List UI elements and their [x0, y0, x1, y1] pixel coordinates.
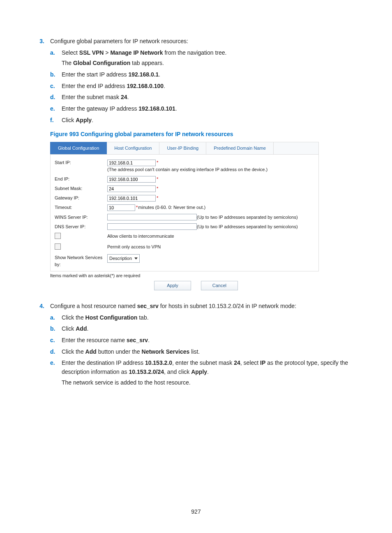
- step4-item-c: c. Enter the resource name sec_srv.: [50, 336, 355, 345]
- input-subnet-mask[interactable]: [107, 185, 156, 192]
- global-config-screenshot: Global Configuration Host Configuration …: [50, 142, 319, 271]
- step3-item-e: e. Enter the gateway IP address 192.168.…: [50, 104, 355, 114]
- step4-item-d: d. Click the Add button under the Networ…: [50, 348, 355, 357]
- input-end-ip[interactable]: [107, 176, 156, 183]
- step3-item-a: a. Select SSL VPN > Manage IP Network fr…: [50, 49, 355, 68]
- hint-dns: (Up to two IP addresses separated by sem…: [197, 223, 298, 230]
- hint-start-ip: (The address pool can't contain any exis…: [107, 166, 267, 173]
- tab-user-ip-binding[interactable]: User-IP Binding: [159, 142, 206, 154]
- label-intercommunicate: Allow clients to intercommunicate: [107, 233, 174, 240]
- step-3-intro: Configure global parameters for IP netwo…: [50, 37, 355, 46]
- step3-item-f: f. Click Apply.: [50, 116, 355, 125]
- label-gateway-ip: Gateway IP:: [55, 195, 107, 202]
- hint-timeout: minutes (0-60. 0: Never time out.): [138, 204, 205, 211]
- label-wins-server: WINS Server IP:: [55, 214, 107, 221]
- label-dns-server: DNS Server IP:: [55, 223, 107, 230]
- label-show-services-by: Show Network Services by:: [55, 254, 107, 268]
- label-end-ip: End IP:: [55, 176, 107, 183]
- label-start-ip: Start IP:: [55, 159, 107, 166]
- dropdown-show-services-by[interactable]: Description: [107, 254, 140, 263]
- step-4: 4. Configure a host resource named sec_s…: [37, 302, 355, 387]
- page-number: 927: [0, 508, 392, 517]
- tab-host-configuration[interactable]: Host Configuration: [107, 142, 159, 154]
- checkbox-intercommunicate[interactable]: [55, 233, 61, 239]
- label-timeout: Timeout:: [55, 204, 107, 211]
- step3-item-d: d. Enter the subnet mask 24.: [50, 93, 355, 102]
- checkbox-vpn-only[interactable]: [55, 243, 61, 250]
- config-tabs: Global Configuration Host Configuration …: [50, 142, 319, 155]
- input-dns-server[interactable]: [107, 223, 197, 230]
- step4-item-b: b. Click Add.: [50, 324, 355, 334]
- label-subnet-mask: Subnet Mask:: [55, 185, 107, 192]
- step-4-intro: Configure a host resource named sec_srv …: [50, 302, 355, 311]
- step3-item-c: c. Enter the end IP address 192.168.0.10…: [50, 82, 355, 91]
- input-timeout[interactable]: [107, 204, 135, 211]
- input-start-ip[interactable]: [107, 160, 156, 166]
- step-3: 3. Configure global parameters for IP ne…: [37, 37, 355, 290]
- input-wins-server[interactable]: [107, 214, 197, 220]
- chevron-down-icon: [134, 257, 138, 260]
- tab-predefined-domain-name[interactable]: Predefined Domain Name: [206, 142, 274, 154]
- tab-global-configuration[interactable]: Global Configuration: [50, 142, 107, 154]
- step4-item-a: a. Click the Host Configuration tab.: [50, 313, 355, 322]
- step4-item-e: e. Enter the destination IP address 10.1…: [50, 359, 355, 387]
- cancel-button[interactable]: Cancel: [201, 281, 238, 290]
- apply-button[interactable]: Apply: [154, 281, 191, 290]
- label-vpn-only: Permit only access to VPN: [107, 243, 161, 250]
- step-3-number: 3.: [37, 37, 44, 46]
- hint-wins: (Up to two IP addresses separated by sem…: [197, 214, 298, 221]
- input-gateway-ip[interactable]: [107, 195, 156, 202]
- step3-item-b: b. Enter the start IP address 192.168.0.…: [50, 70, 355, 79]
- step-4-number: 4.: [37, 302, 44, 311]
- required-note: Items marked with an asterisk(*) are req…: [50, 272, 355, 279]
- figure-caption: Figure 993 Configuring global parameters…: [50, 130, 355, 139]
